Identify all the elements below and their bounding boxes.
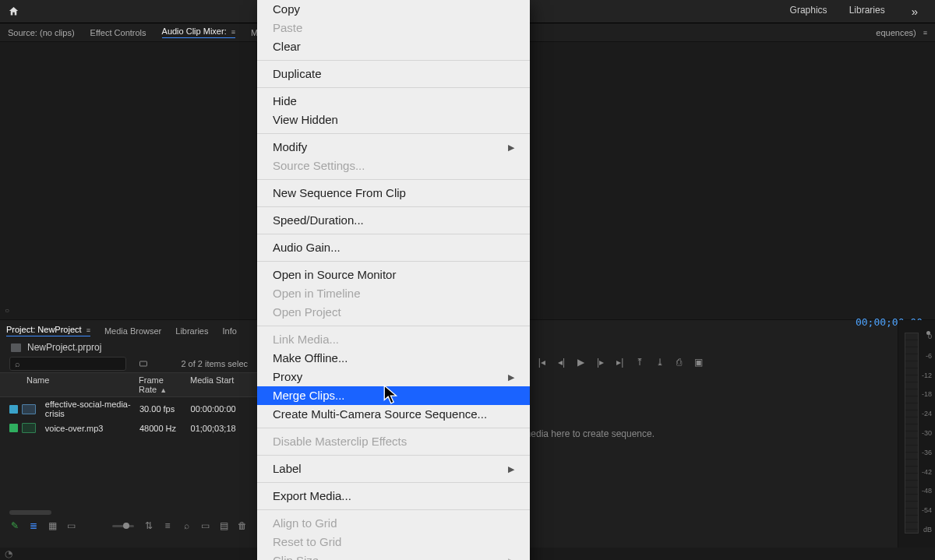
program-panel-menu-icon[interactable]: ≡ <box>923 29 927 37</box>
menu-item-label: Label <box>273 461 302 477</box>
menu-separator <box>257 509 530 510</box>
menu-item-duplicate[interactable]: Duplicate <box>257 65 530 83</box>
menu-item-clip-size: Clip Size▶ <box>257 551 530 560</box>
tab-media-browser[interactable]: Media Browser <box>104 326 161 336</box>
menu-separator <box>257 482 530 483</box>
menu-item-open-in-source-monitor[interactable]: Open in Source Monitor <box>257 266 530 284</box>
play-icon[interactable]: ▶ <box>577 357 584 368</box>
menu-item-label: Audio Gain... <box>273 240 340 255</box>
overflow-icon[interactable]: » <box>912 5 918 18</box>
meter-tick: -54 <box>922 506 932 514</box>
menu-item-label: Clip Size <box>273 553 319 560</box>
project-item[interactable]: voice-over.mp3 48000 Hz 01;00;03;18 <box>0 421 257 435</box>
project-filter-icon[interactable] <box>137 357 150 370</box>
meter-tick: -6 <box>922 352 932 360</box>
list-view-icon[interactable]: ≣ <box>28 520 39 531</box>
program-tab-label[interactable]: equences) <box>876 28 916 37</box>
audio-clip-icon <box>22 423 36 433</box>
project-bin-icon <box>11 343 21 352</box>
icon-view-icon[interactable]: ▦ <box>47 520 58 531</box>
freeform-view-icon[interactable]: ▭ <box>65 520 76 531</box>
write-mode-icon[interactable]: ✎ <box>9 520 20 531</box>
menu-item-link-media: Link Media... <box>257 330 530 349</box>
menu-item-new-sequence-from-clip[interactable]: New Sequence From Clip <box>257 184 530 203</box>
step-fwd-icon[interactable]: |▸ <box>597 357 604 368</box>
go-to-out-icon[interactable]: ▸| <box>616 357 623 368</box>
menu-separator <box>257 455 530 456</box>
project-item[interactable]: effective-social-media-crisis 30.00 fps … <box>0 397 257 421</box>
header-frame-rate[interactable]: Frame Rate▲ <box>139 375 190 394</box>
menu-item-label: Speed/Duration... <box>273 213 364 228</box>
menu-item-label: Hide <box>273 93 297 109</box>
menu-item-audio-gain[interactable]: Audio Gain... <box>257 238 530 257</box>
menu-item-make-offline[interactable]: Make Offline... <box>257 349 530 368</box>
menu-item-modify[interactable]: Modify▶ <box>257 138 530 157</box>
panel-menu-icon[interactable]: ≡ <box>231 28 235 36</box>
meter-tick: -30 <box>922 429 932 437</box>
header-name[interactable]: Name <box>22 375 139 394</box>
clip-frame-rate: 30.00 fps <box>139 404 191 414</box>
project-menu-icon[interactable]: ≡ <box>86 326 90 334</box>
menu-item-proxy[interactable]: Proxy▶ <box>257 368 530 386</box>
menu-item-hide[interactable]: Hide <box>257 92 530 111</box>
submenu-arrow-icon: ▶ <box>508 553 514 560</box>
tab-project[interactable]: Project: NewProject ≡ <box>6 325 90 336</box>
project-file-row: NewProject.prproj <box>0 340 257 355</box>
menu-item-export-media[interactable]: Export Media... <box>257 487 530 505</box>
new-bin-icon[interactable]: ▭ <box>199 520 210 531</box>
menu-separator <box>257 326 530 326</box>
workspace-tab-libraries[interactable]: Libraries <box>849 5 885 18</box>
extract-icon[interactable]: ⤓ <box>656 357 664 368</box>
comparison-icon[interactable]: ▣ <box>694 357 703 368</box>
workspace-tab-graphics[interactable]: Graphics <box>790 5 827 18</box>
clip-media-start: 00:00:00:00 <box>191 404 248 414</box>
workspace-tabs: Graphics Libraries » <box>790 5 930 18</box>
scrollbar-thumb[interactable] <box>9 510 51 515</box>
menu-separator <box>257 87 530 88</box>
menu-item-label: Clear <box>273 39 301 55</box>
tab-audio-mixer-label: Audio Clip Mixer: <box>162 26 227 36</box>
meter-tick: -42 <box>922 468 932 476</box>
source-panel: ○ <box>0 42 257 319</box>
go-to-in-icon[interactable]: |◂ <box>538 357 545 368</box>
menu-item-label: Open Project <box>273 305 341 320</box>
project-headers: Name Frame Rate▲ Media Start <box>0 372 257 397</box>
new-item-icon[interactable]: ▤ <box>218 520 229 531</box>
menu-item-label: Duplicate <box>273 66 322 82</box>
menu-item-create-multi-camera-source-sequence[interactable]: Create Multi-Camera Source Sequence... <box>257 405 530 424</box>
tab-source[interactable]: Source: (no clips) <box>8 28 75 37</box>
menu-item-clear[interactable]: Clear <box>257 37 530 56</box>
lift-icon[interactable]: ⤒ <box>636 357 644 368</box>
meter-tick: -36 <box>922 449 932 456</box>
tab-audio-mixer[interactable]: Audio Clip Mixer: ≡ <box>162 26 235 38</box>
find-icon[interactable]: ⌕ <box>181 520 192 531</box>
step-back-icon[interactable]: ◂| <box>558 357 565 368</box>
home-button[interactable] <box>5 3 22 20</box>
menu-item-label[interactable]: Label▶ <box>257 460 530 478</box>
submenu-arrow-icon: ▶ <box>508 461 514 477</box>
menu-item-open-project: Open Project <box>257 303 530 322</box>
svg-rect-0 <box>140 361 147 366</box>
tab-info[interactable]: Info <box>222 326 236 336</box>
zoom-slider[interactable] <box>112 525 134 527</box>
automate-icon[interactable]: ≡ <box>162 520 173 531</box>
export-frame-icon[interactable]: ⎙ <box>676 357 682 368</box>
tab-libraries[interactable]: Libraries <box>175 326 208 336</box>
menu-item-label: Link Media... <box>273 332 339 347</box>
left-pane: ○ Project: NewProject ≡ Media Browser Li… <box>0 42 257 548</box>
header-media-start[interactable]: Media Start <box>190 375 248 394</box>
tab-effect-controls[interactable]: Effect Controls <box>90 28 146 37</box>
sort-icon[interactable]: ⇅ <box>143 520 154 531</box>
menu-item-copy[interactable]: Copy <box>257 0 530 19</box>
meter-tick: -24 <box>922 410 932 417</box>
menu-separator <box>257 179 530 180</box>
project-panel: Project: NewProject ≡ Media Browser Libr… <box>0 319 257 548</box>
sort-asc-icon: ▲ <box>160 386 167 394</box>
status-icon: ◔ <box>5 548 12 559</box>
trash-icon[interactable]: 🗑 <box>237 520 248 531</box>
menu-item-label: Proxy <box>273 369 302 385</box>
audio-meter: 0 -6 -12 -18 -24 -30 -36 -42 -48 -54 dB <box>898 320 935 548</box>
menu-item-view-hidden[interactable]: View Hidden <box>257 111 530 129</box>
menu-item-speed-duration[interactable]: Speed/Duration... <box>257 211 530 230</box>
project-search-input[interactable]: ⌕ <box>9 357 126 371</box>
